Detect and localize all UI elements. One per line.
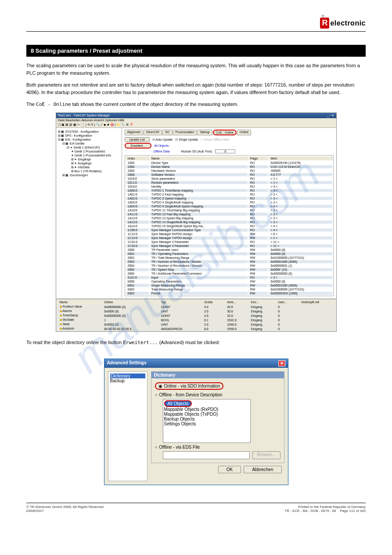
tab-proz[interactable]: Prozessdaten <box>173 130 197 135</box>
table-row[interactable]: ◆ AdsAddr00 00 00 00 00 00 E...AMSADDRES… <box>57 327 335 330</box>
table-row[interactable]: 1C33:0Sync Manager 3 ParameterRO> 11 < <box>126 244 332 247</box>
screenshot-dialog: Advanced Settings ✕ Dictionary Backup Di… <box>104 359 288 485</box>
cancel-button[interactable]: Abbrechen <box>244 466 281 473</box>
close-icon[interactable]: ✕ <box>278 360 285 366</box>
table-row[interactable]: ◆ Alarms0x0000 (0)UINT2.030.0Eingang0 <box>57 309 335 313</box>
tab-online[interactable]: Online <box>237 130 251 135</box>
table-row[interactable]: 1010:0Store parametersRO> 1 < <box>126 177 332 180</box>
table-row[interactable]: 6001Single Measuring RangeRW0x00001000 (… <box>126 284 332 287</box>
dialog-group-title: Dictionary <box>151 372 284 378</box>
table-row[interactable]: 1009Hardware VersionRO/N5005 <box>126 169 332 172</box>
tree-proz-info[interactable]: ✦ Gerät 1-Prozessabbild-Info <box>58 153 120 157</box>
table-row[interactable]: 1C12:0Sync Manager RxPDO AssignRW> 0 < <box>126 232 332 236</box>
tree-ea-ger[interactable]: ⊟ ▦ E/A Geräte <box>58 141 120 145</box>
tree-ein[interactable]: ⊞ ✦ Eingänge <box>58 157 120 161</box>
tree-ea[interactable]: ⊟ ▦ E/A - Konfiguration <box>58 138 120 141</box>
tab-coe-online[interactable]: CoE - Online <box>213 130 237 135</box>
table-row[interactable]: 1A04:0TxPDO 5 Single/Multi Speed mapping… <box>126 205 332 208</box>
variable-table[interactable]: NameOnlineTypGrößeAdre...Ein/...User...V… <box>56 299 336 331</box>
table-row[interactable]: 6003PresetRW0x000003E8 (1000) <box>126 292 332 295</box>
table-row[interactable]: 1A00:0TxPDO 1 TimeStamp mappingRO> 3 < <box>126 189 332 192</box>
list-rxpdo[interactable]: Mappable Objects (RxPDO) <box>164 407 249 412</box>
list-settings[interactable]: Settings Objects <box>164 421 249 426</box>
brand-logo: R☀electronic <box>320 18 366 29</box>
tree-zuord[interactable]: ⊞ ▦ Zuordnungen <box>58 173 120 177</box>
tree-proz[interactable]: ✦ Gerät 1-Prozessabbild <box>58 149 120 153</box>
table-row[interactable]: 1000Device TypeRO0x00020196 (131478) <box>126 161 332 164</box>
table-row[interactable]: 100ASoftware VersionRO4.0.777 <box>126 173 332 176</box>
paragraph-1: The scaling parameters can be used to sc… <box>26 62 366 77</box>
table-row[interactable]: 1A12:0TxPDO 13 Speed Big mappingRO> 3 < <box>126 217 332 220</box>
tree-system[interactable]: ⊞ ▦ SYSTEM - Konfiguration <box>58 130 120 134</box>
section-heading: 8 Scaling parameters / Preset adjustment <box>26 45 366 57</box>
tree-info[interactable]: ⊞ ✦ InfoData <box>58 165 120 169</box>
radio-online-sdo[interactable]: ◉ Online - via SDO Information <box>155 382 224 390</box>
tree-sps[interactable]: ⊞ ▦ SPS - Konfiguration <box>58 134 120 138</box>
table-row[interactable]: 1A03:0TxPDO 4 Single/Multi mappingRO> 3 … <box>126 201 332 204</box>
header-rule <box>26 31 366 32</box>
auto-update-checkbox[interactable]: ☑ Auto Update <box>152 138 173 141</box>
table-row[interactable]: 1A10:0TxPDO 11 TimeStamp Big mappingRO> … <box>126 209 332 212</box>
erweitert-button[interactable]: Erweitert... <box>125 143 151 149</box>
table-row[interactable]: 6002Total Measuring RangeRW0x01000000 (1… <box>126 288 332 291</box>
table-row[interactable]: 2004TR / Number of Revolutions / Denom.R… <box>126 264 332 267</box>
table-row[interactable]: 2000TR Parameter usedRW0x0000 (0) <box>126 248 332 251</box>
radio-offline-desc[interactable]: ○ Offline - from Device Description <box>155 392 281 397</box>
browse-button: Browse... <box>252 451 281 459</box>
table-row[interactable]: 2006TR / Additional Parameter/CommandRW0… <box>126 272 332 275</box>
table-row[interactable]: ◆ State0x0002 (2)UINT2.01548.0Eingang0 <box>57 323 335 326</box>
table-row[interactable]: 2002TR / Total Measuring RangeRW0x010000… <box>126 256 332 259</box>
radio-offline-eds[interactable]: ○ Offline - via EDS File <box>155 445 281 450</box>
all-objects-link[interactable]: All Objects <box>154 144 169 147</box>
object-filter-list[interactable]: All Objects Mappable Objects (RxPDO) Map… <box>163 399 251 443</box>
list-backup[interactable]: Backup Objects <box>164 417 249 421</box>
tree-aus[interactable]: ⊞ ✦ Ausgänge <box>58 161 120 165</box>
list-all-objects[interactable]: All Objects <box>164 400 192 407</box>
tab-ethercat[interactable]: EtherCAT <box>144 130 162 135</box>
table-row[interactable]: 1A14:0TxPDO 15 Single/Multi Speed Big ma… <box>126 225 332 228</box>
table-row[interactable]: 1011:0Restore parametersRO> 1 < <box>126 181 332 184</box>
tree-ger1[interactable]: ⊟ ➜ Gerät 1 (EtherCAT) <box>58 145 120 149</box>
tree-box1[interactable]: ⊞ Box 1 (TR-Rotative) <box>58 169 120 173</box>
toolbar[interactable]: ▢ ▣ ▤ ▥ ▦ ✂ 📋 | ⟲ ⟳ | 🔍 ✓ ▶ ■ 🎯 | 📁 🔧 ⚙ … <box>56 122 336 128</box>
table-row[interactable]: 1A13:0TxPDO 14 Single/Multi Big mappingR… <box>126 221 332 224</box>
table-row[interactable]: 1C13:0Sync Manager TxPDO AssignRW> 1 < <box>126 236 332 239</box>
table-row[interactable]: 1C00:0Sync Manager Communication TypeRO>… <box>126 229 332 232</box>
table-row[interactable]: 1008Device NameROCOH 110 M EtherCAT <box>126 165 332 168</box>
tab-bar[interactable]: Allgemein EtherCAT DC Prozessdaten Start… <box>125 130 334 135</box>
window-titlebar: Test1.tsm - TwinCAT System Manager_ ▫ ✕ <box>56 113 336 118</box>
table-row[interactable]: ◆ Position Value0x00000000 (0)UDINT4.026… <box>57 305 335 308</box>
eds-file-input[interactable] <box>163 451 250 459</box>
table-row[interactable]: 3101:0InputRO> 3 < <box>126 276 332 279</box>
table-row[interactable]: 2005TR / Speed StepRW0x000F (15) <box>126 268 332 271</box>
table-row[interactable]: 1A01:0TxPDO 2 Fast mappingRO> 2 < <box>126 193 332 196</box>
dialog-tree[interactable]: Dictionary Backup <box>108 371 147 481</box>
menu-bar[interactable]: Datei Bearbeiten Aktionen Ansicht Option… <box>56 118 336 122</box>
module-od-field[interactable]: 0 <box>215 149 235 153</box>
single-update-checkbox[interactable]: ☑ Single Update <box>175 138 198 141</box>
dialog-tree-dictionary[interactable]: Dictionary <box>110 374 145 378</box>
table-row[interactable]: ◆ TimeStamp0x00000000 (0)UDINT4.032.0Ein… <box>57 314 335 317</box>
module-od-label: Module OD (AoE Port): <box>181 150 212 153</box>
table-row[interactable]: 1C32:0Sync Manager 2 ParameterRO> 11 < <box>126 240 332 243</box>
dialog-tree-backup[interactable]: Backup <box>110 378 145 383</box>
table-row[interactable]: 2001TR / Operating ParametersRW0x0000 (0… <box>126 252 332 255</box>
table-row[interactable]: 1018:0IdentityRO> 4 < <box>126 185 332 188</box>
table-row[interactable]: 6000Operating ParametersRW0x0000 (0) <box>126 280 332 283</box>
tab-dc[interactable]: DC <box>162 130 172 135</box>
show-offline-checkbox: ☐ Show Offline Data <box>201 138 229 141</box>
table-row[interactable]: 1A11:0TxPDO 12 Fast Big mappingRO> 2 < <box>126 213 332 216</box>
tab-allgemein[interactable]: Allgemein <box>125 130 144 135</box>
tab-startup[interactable]: Startup <box>197 130 212 135</box>
offline-data-link[interactable]: Offline Data <box>154 150 170 153</box>
list-txpdo[interactable]: Mappable Objects (TxPDO) <box>164 412 249 417</box>
table-row[interactable]: 2003TR / Number of Revolutions / Numer.R… <box>126 260 332 263</box>
dialog-titlebar: Advanced Settings ✕ <box>104 359 288 368</box>
update-list-button[interactable]: Update List <box>125 137 150 142</box>
nav-tree[interactable]: ⊞ ▦ SYSTEM - Konfiguration ⊞ ▦ SPS - Kon… <box>56 128 122 298</box>
paragraph-2: Both parameters are not retentive and ar… <box>26 81 366 96</box>
table-row[interactable]: ◆ WcState1BOOL0.11522.0Eingang0 <box>57 318 335 322</box>
ok-button[interactable]: OK <box>218 466 241 473</box>
object-table[interactable]: IndexNameFlagsWert 1000Device TypeRO0x00… <box>125 155 334 296</box>
table-row[interactable]: 1A02:0TxPDO 3 Speed mappingRO> 3 < <box>126 197 332 200</box>
